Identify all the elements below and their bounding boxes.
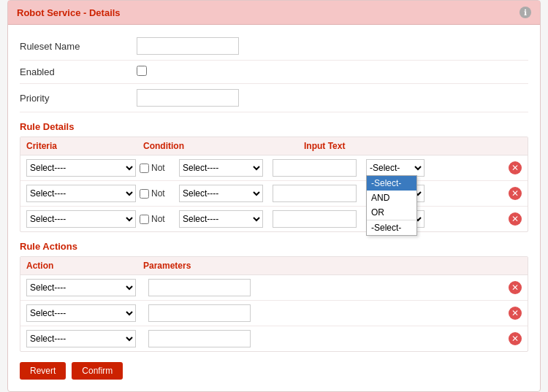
rule-row-2: Select---- Not Select---- -S [20,181,528,207]
revert-button[interactable]: Revert [20,362,66,380]
join-wrapper-1: -Select- AND OR -Select- AND OR -Select- [366,159,425,177]
not-checkbox-2[interactable] [140,189,149,199]
ruleset-name-value [137,37,239,55]
action-cell-3: Select---- [26,330,140,347]
ruleset-name-label: Ruleset Name [20,41,137,52]
priority-value [137,89,239,107]
criteria-select-2[interactable]: Select---- [26,185,136,202]
not-label-3: Not [151,214,165,224]
priority-label: Priority [20,93,137,104]
criteria-col-header: Criteria [26,141,143,151]
panel-header: Robot Service - Details ℹ [8,1,540,25]
main-panel: Robot Service - Details ℹ Ruleset Name E… [7,0,541,392]
enabled-value [137,66,147,78]
spacer [435,141,522,151]
not-label-1: Not [151,163,165,173]
not-checkbox-1[interactable] [140,164,149,173]
priority-row: Priority [20,84,528,112]
remove-action-3[interactable]: ✕ [509,332,522,345]
action-select-2[interactable]: Select---- [26,304,136,322]
priority-input[interactable] [137,89,239,107]
action-col-header: Action [26,261,143,271]
inputtext-2[interactable] [273,185,357,202]
condition-select-3[interactable]: Select---- [179,210,263,228]
confirm-button[interactable]: Confirm [72,362,123,380]
criteria-cell-2: Select---- [26,185,140,202]
panel-title: Robot Service - Details [17,7,121,18]
condition-col-header: Condition [143,141,304,151]
action-row-3: Select---- ✕ [20,326,528,351]
condition-cell-1: Select---- [179,159,267,177]
action-cell-1: Select---- [26,279,140,296]
action-cell-2: Select---- [26,304,140,322]
remove-row-1[interactable]: ✕ [509,161,522,174]
remove-action-1[interactable]: ✕ [509,281,522,294]
enabled-row: Enabled [20,61,528,84]
remove-row-2[interactable]: ✕ [509,187,522,200]
criteria-cell-1: Select---- [26,159,140,177]
rule-details-table: Criteria Condition Input Text Select----… [20,137,528,232]
params-input-2[interactable] [148,304,251,322]
rule-details-title: Rule Details [20,121,528,132]
not-wrap-1: Not [140,163,176,173]
inputtext-cell-3 [273,210,360,228]
inputtext-1[interactable] [273,159,357,177]
rule-row-1: Select---- Not Select---- -S [20,155,528,181]
condition-cell-2: Select---- [179,185,267,202]
rule-actions-table: Action Parameters Select---- ✕ [20,256,528,352]
not-label-2: Not [151,188,165,199]
inputtext-cell-1 [273,159,360,177]
action-row-1: Select---- ✕ [20,275,528,301]
join-select-1[interactable]: -Select- AND OR [366,159,425,177]
criteria-select-3[interactable]: Select---- [26,210,136,228]
info-icon[interactable]: ℹ [520,7,531,18]
ruleset-name-input[interactable] [137,37,239,55]
dd-option-select[interactable]: -Select- [367,176,416,191]
dd-option-or[interactable]: OR [367,205,416,220]
enabled-checkbox[interactable] [137,66,147,76]
params-input-1[interactable] [148,279,251,296]
criteria-select-1[interactable]: Select---- [26,159,136,177]
join-dropdown-1: -Select- AND OR -Select- [366,175,417,236]
footer-buttons: Revert Confirm [20,362,528,380]
params-input-3[interactable] [148,330,251,347]
not-checkbox-3[interactable] [140,215,149,224]
condition-cell-3: Select---- [179,210,267,228]
rule-details-header: Criteria Condition Input Text [20,137,528,155]
condition-select-1[interactable]: Select---- [179,159,263,177]
rule-actions-title: Rule Actions [20,241,528,252]
action-row-2: Select---- ✕ [20,301,528,326]
enabled-label: Enabled [20,66,137,77]
inputtext-3[interactable] [273,210,357,228]
not-wrap-2: Not [140,188,176,199]
ruleset-name-row: Ruleset Name [20,32,528,61]
inputtext-col-header: Input Text [304,141,435,151]
dd-option-and[interactable]: AND [367,191,416,205]
params-col-header: Parameters [143,261,362,271]
criteria-cell-3: Select---- [26,210,140,228]
remove-action-2[interactable]: ✕ [509,307,522,320]
rule-row-3: Select---- Not Select---- -S [20,207,528,231]
panel-body: Ruleset Name Enabled Priority Rule Detai… [8,25,540,391]
actions-header: Action Parameters [20,257,528,275]
inputtext-cell-2 [273,185,360,202]
spacer2 [362,261,522,271]
remove-row-3[interactable]: ✕ [509,212,522,226]
action-select-1[interactable]: Select---- [26,279,136,296]
condition-select-2[interactable]: Select---- [179,185,263,202]
action-select-3[interactable]: Select---- [26,330,136,347]
dd-option-select2[interactable]: -Select- [367,220,416,235]
not-wrap-3: Not [140,214,176,224]
